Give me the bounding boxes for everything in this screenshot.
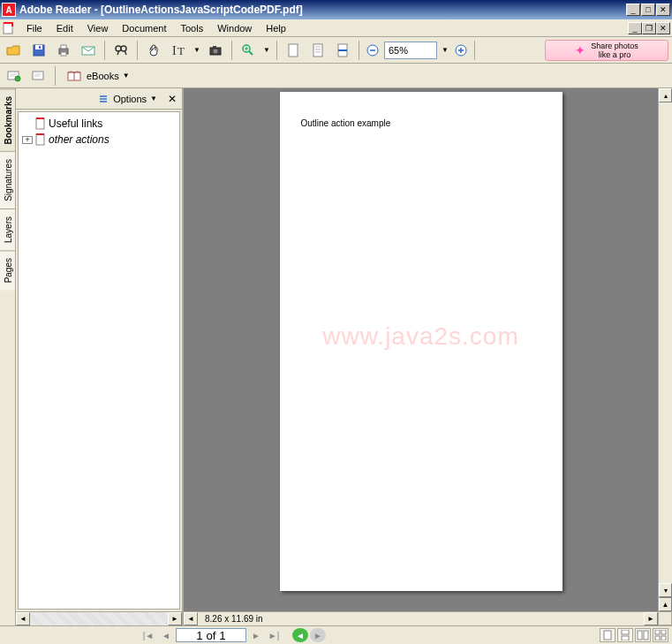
fit-page-button[interactable] <box>307 40 328 61</box>
zoom-in-button[interactable] <box>238 40 259 61</box>
continuous-view-button[interactable] <box>617 628 633 642</box>
svg-rect-30 <box>604 631 611 640</box>
facing-view-button[interactable] <box>635 628 651 642</box>
scroll-left-button[interactable]: ◄ <box>16 612 30 625</box>
scroll-up-button[interactable]: ▴ <box>659 88 672 102</box>
continuous-facing-view-button[interactable] <box>653 628 668 642</box>
toolbar-separator <box>359 41 359 60</box>
pdf-page: Outline action example www.java2s.com <box>280 92 563 591</box>
document-vscrollbar[interactable]: ▴ ▾ ▲ ▼ <box>658 88 672 625</box>
watermark: www.java2s.com <box>322 322 519 350</box>
menu-window[interactable]: Window <box>210 21 259 35</box>
svg-point-22 <box>15 76 20 81</box>
svg-rect-31 <box>622 630 629 634</box>
tab-layers[interactable]: Layers <box>0 208 15 250</box>
svg-rect-14 <box>213 46 216 48</box>
svg-point-9 <box>121 46 126 51</box>
scroll-right-button[interactable]: ► <box>168 612 182 625</box>
menu-view[interactable]: View <box>80 21 116 35</box>
zoom-out-button[interactable] <box>365 40 381 61</box>
mdi-minimize-button[interactable]: _ <box>628 22 642 34</box>
zoom-input[interactable] <box>384 42 437 59</box>
menu-help[interactable]: Help <box>259 21 293 35</box>
svg-rect-37 <box>655 636 660 640</box>
maximize-button[interactable]: □ <box>641 4 655 16</box>
svg-rect-16 <box>289 44 298 57</box>
svg-rect-2 <box>35 45 42 49</box>
single-page-view-button[interactable] <box>600 628 615 642</box>
scroll-right-button[interactable]: ► <box>644 612 658 625</box>
email-button[interactable] <box>78 40 99 61</box>
bookmark-pdf-icon <box>34 117 47 130</box>
select-dropdown[interactable]: ▼ <box>193 40 201 61</box>
secure-button[interactable] <box>28 65 49 87</box>
scroll-left-button[interactable]: ◄ <box>184 612 198 625</box>
scroll-down-button[interactable]: ▾ <box>659 583 672 597</box>
main-area: Bookmarks Signatures Layers Pages Option… <box>0 88 672 625</box>
next-page-button[interactable]: ► <box>248 628 264 642</box>
svg-rect-0 <box>4 23 12 34</box>
app-icon: A <box>2 3 16 17</box>
search-button[interactable] <box>110 40 132 61</box>
actual-size-button[interactable] <box>283 40 304 61</box>
mdi-close-button[interactable]: ✕ <box>656 22 670 34</box>
menu-file[interactable]: File <box>19 21 49 35</box>
mdi-restore-button[interactable]: ❐ <box>642 22 656 34</box>
title-text: Adobe Reader - [OutlineActionsJavaScript… <box>19 4 626 16</box>
select-text-button[interactable]: IT <box>168 40 189 61</box>
menu-edit[interactable]: Edit <box>49 21 80 35</box>
zoom-select-dropdown[interactable]: ▼ <box>441 40 449 61</box>
svg-rect-4 <box>59 49 68 54</box>
print-button[interactable] <box>53 40 74 61</box>
svg-point-8 <box>116 46 121 51</box>
tab-pages[interactable]: Pages <box>0 250 15 290</box>
svg-rect-1 <box>34 45 44 56</box>
zoom-plus-button[interactable] <box>453 40 469 61</box>
bookmark-item[interactable]: Useful links <box>22 116 176 132</box>
scroll-corner <box>658 611 672 625</box>
prev-page-button[interactable]: ◄ <box>158 628 174 642</box>
statusbar: |◄ ◄ ► ►| ◄ ► <box>0 625 672 644</box>
last-page-button[interactable]: ►| <box>266 628 282 642</box>
menu-document[interactable]: Document <box>115 21 173 35</box>
svg-point-20 <box>456 45 466 56</box>
toolbar-separator <box>474 41 475 60</box>
page-dimensions: 8.26 x 11.69 in <box>198 614 270 624</box>
page-up-button[interactable]: ▲ <box>659 597 672 611</box>
svg-rect-5 <box>61 45 66 49</box>
share-photos-button[interactable]: ✦ Share photoslike a pro <box>545 40 668 61</box>
ebooks-button[interactable]: eBooks ▼ <box>61 66 136 86</box>
zoom-dropdown[interactable]: ▼ <box>262 40 271 61</box>
fit-width-button[interactable] <box>332 40 353 61</box>
menu-tools[interactable]: Tools <box>174 21 211 35</box>
options-menu-button[interactable]: Options ▼ <box>95 92 161 106</box>
panel-close-button[interactable]: ✕ <box>166 93 178 105</box>
page-nav-group: |◄ ◄ ► ►| ◄ ► <box>140 628 326 642</box>
first-page-button[interactable]: |◄ <box>140 628 156 642</box>
tab-bookmarks[interactable]: Bookmarks <box>0 88 15 151</box>
panel-hscrollbar[interactable]: ◄ ► <box>16 611 182 625</box>
hand-tool-button[interactable] <box>143 40 164 61</box>
svg-rect-28 <box>36 118 44 129</box>
toolbar-separator <box>137 41 138 60</box>
svg-rect-36 <box>661 630 666 634</box>
history-forward-button[interactable]: ► <box>310 628 326 642</box>
titlebar: A Adobe Reader - [OutlineActionsJavaScri… <box>0 0 672 19</box>
close-button[interactable]: ✕ <box>656 4 670 16</box>
bookmark-item[interactable]: + other actions <box>22 132 176 148</box>
svg-rect-23 <box>33 72 43 80</box>
expand-button[interactable]: + <box>22 136 33 144</box>
save-button[interactable] <box>28 40 49 61</box>
tab-signatures[interactable]: Signatures <box>0 151 15 208</box>
document-canvas[interactable]: Outline action example www.java2s.com <box>184 88 658 611</box>
minimize-button[interactable]: _ <box>626 4 640 16</box>
svg-rect-7 <box>82 47 94 55</box>
snapshot-button[interactable] <box>205 40 226 61</box>
svg-rect-21 <box>8 72 19 80</box>
history-back-button[interactable]: ◄ <box>292 628 308 642</box>
review-button[interactable] <box>4 65 25 87</box>
open-button[interactable] <box>4 40 25 61</box>
page-number-input[interactable] <box>176 628 246 642</box>
bookmarks-header: Options ▼ ✕ <box>16 88 182 110</box>
svg-rect-29 <box>36 134 44 145</box>
